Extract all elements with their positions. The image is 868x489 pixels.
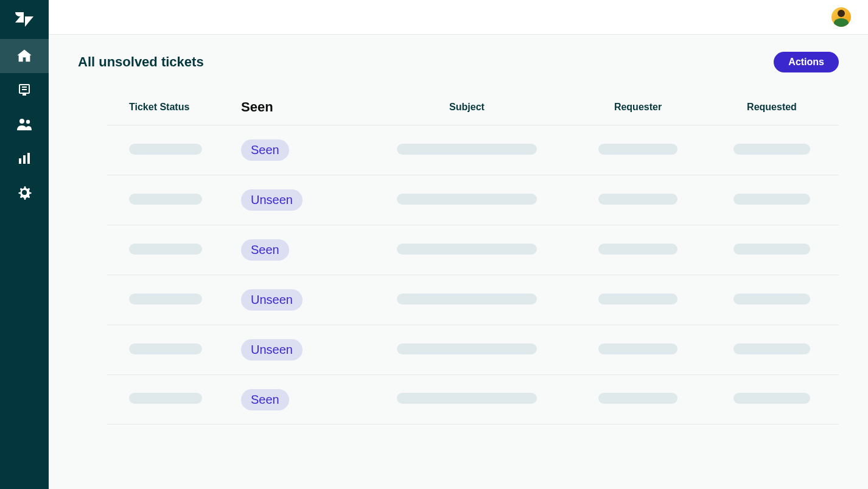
zendesk-logo[interactable] [0, 0, 49, 39]
requester-placeholder [598, 194, 677, 205]
seen-pill[interactable]: Unseen [241, 339, 303, 361]
sidebar-item-reporting[interactable] [0, 141, 49, 175]
seen-pill[interactable]: Unseen [241, 189, 303, 211]
page-title: All unsolved tickets [78, 54, 204, 70]
seen-pill[interactable]: Seen [241, 239, 289, 261]
sidebar-item-home[interactable] [0, 39, 49, 73]
column-header-requested[interactable]: Requested [705, 102, 839, 113]
tickets-table: Ticket Status Seen Subject Requester Req… [107, 90, 839, 424]
avatar[interactable] [831, 7, 851, 27]
subject-placeholder [397, 244, 537, 255]
seen-pill[interactable]: Seen [241, 389, 289, 410]
table-row[interactable]: Unseen [107, 275, 839, 325]
table-row[interactable]: Unseen [107, 175, 839, 225]
subject-placeholder [397, 194, 537, 205]
requested-placeholder [733, 194, 810, 205]
svg-rect-6 [19, 158, 21, 164]
sidebar [0, 0, 49, 489]
status-placeholder [129, 393, 202, 404]
views-icon [17, 83, 32, 97]
svg-rect-8 [27, 153, 30, 164]
svg-point-5 [26, 120, 30, 124]
subject-placeholder [397, 393, 537, 404]
requested-placeholder [733, 144, 810, 155]
seen-pill[interactable]: Seen [241, 139, 289, 161]
table-header: Ticket Status Seen Subject Requester Req… [107, 90, 839, 125]
sidebar-item-views[interactable] [0, 73, 49, 107]
table-row[interactable]: Seen [107, 375, 839, 424]
gear-icon [17, 185, 32, 200]
svg-rect-3 [23, 93, 26, 96]
customers-icon [16, 117, 33, 132]
status-placeholder [129, 144, 202, 155]
requester-placeholder [598, 244, 677, 255]
main-area: All unsolved tickets Actions Ticket Stat… [49, 0, 868, 489]
page-header: All unsolved tickets Actions [78, 52, 839, 72]
status-placeholder [129, 244, 202, 255]
topbar [49, 0, 868, 35]
table-row[interactable]: Unseen [107, 325, 839, 375]
table-row[interactable]: Seen [107, 225, 839, 275]
seen-pill[interactable]: Unseen [241, 289, 303, 311]
requester-placeholder [598, 343, 677, 354]
content: All unsolved tickets Actions Ticket Stat… [49, 35, 868, 489]
svg-rect-7 [23, 155, 26, 164]
column-header-subject[interactable]: Subject [363, 102, 571, 113]
subject-placeholder [397, 144, 537, 155]
column-header-requester[interactable]: Requester [571, 102, 705, 113]
requested-placeholder [733, 343, 810, 354]
actions-button[interactable]: Actions [774, 52, 839, 72]
home-icon [16, 47, 33, 65]
sidebar-item-admin[interactable] [0, 175, 49, 209]
status-placeholder [129, 194, 202, 205]
requester-placeholder [598, 144, 677, 155]
reporting-icon [17, 151, 32, 166]
requested-placeholder [733, 294, 810, 304]
sidebar-item-customers[interactable] [0, 107, 49, 141]
svg-point-4 [19, 119, 24, 124]
status-placeholder [129, 343, 202, 354]
column-header-seen[interactable]: Seen [241, 99, 363, 115]
requester-placeholder [598, 393, 677, 404]
subject-placeholder [397, 294, 537, 304]
column-header-ticket-status[interactable]: Ticket Status [107, 102, 241, 113]
svg-point-9 [23, 191, 27, 195]
status-placeholder [129, 294, 202, 304]
subject-placeholder [397, 343, 537, 354]
requested-placeholder [733, 244, 810, 255]
table-row[interactable]: Seen [107, 125, 839, 175]
requested-placeholder [733, 393, 810, 404]
zendesk-logo-icon [15, 12, 33, 27]
requester-placeholder [598, 294, 677, 304]
